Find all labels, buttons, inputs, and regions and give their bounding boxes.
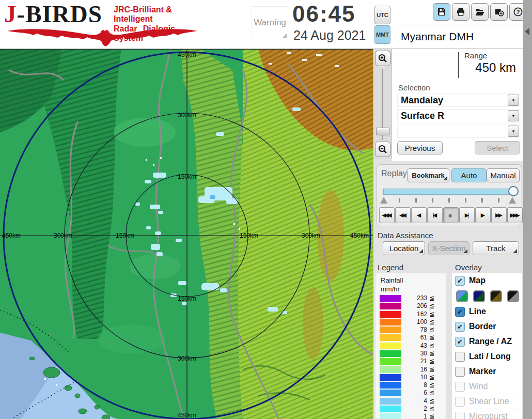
checkbox[interactable]: ✔ xyxy=(455,337,465,347)
legend-item: 30 ≦ xyxy=(375,350,446,357)
overlay-item-map[interactable]: ✔ Map xyxy=(452,273,522,288)
legend-color-swatch xyxy=(380,398,401,405)
legend-item: 1 ≦ xyxy=(375,413,446,419)
warning-button[interactable]: Warning xyxy=(252,6,288,39)
legend-color-swatch xyxy=(380,358,401,365)
legend-title: Legend xyxy=(378,263,403,272)
overlay-item[interactable]: ✔ Microburst xyxy=(452,409,522,419)
rewind-3x-button[interactable]: ◀◀◀ xyxy=(379,207,395,223)
zoom-in-icon xyxy=(378,53,388,64)
product-dropdown[interactable]: Surface R ▼ xyxy=(397,109,520,122)
stop-button[interactable]: ■ xyxy=(443,207,459,223)
overlay-item[interactable]: ✔ Shear Line xyxy=(452,394,522,409)
map-style-swatches xyxy=(452,288,522,304)
zoom-out-button[interactable] xyxy=(375,142,390,157)
eagle-logo-icon xyxy=(6,27,198,46)
checkbox[interactable]: ✔ xyxy=(455,307,465,317)
replay-slider[interactable] xyxy=(383,189,517,195)
timezone-utc-button[interactable]: UTC xyxy=(374,6,390,24)
capture-button[interactable] xyxy=(490,3,508,21)
legend-value: 21 xyxy=(402,358,427,365)
overlay-item-label: Border xyxy=(469,322,496,331)
previous-button[interactable]: Previous xyxy=(397,141,443,154)
checkbox[interactable]: ✔ xyxy=(455,412,465,419)
corner-arrow-icon xyxy=(443,176,447,180)
bookmark-button[interactable]: Bookmark xyxy=(407,168,449,182)
overlay-item[interactable]: ✔ Line xyxy=(452,304,522,319)
timezone-mmt-button[interactable]: MMT xyxy=(374,25,390,44)
legend-operator: ≦ xyxy=(429,295,434,302)
play-button[interactable]: ▶ xyxy=(475,207,491,223)
overlay-item[interactable]: ✔ Range / AZ xyxy=(452,334,522,349)
extra-dropdown[interactable]: ▼ xyxy=(397,125,520,138)
capture-icon xyxy=(494,7,504,17)
location-button[interactable]: Location xyxy=(383,241,425,255)
x-section-button[interactable]: X-Section xyxy=(428,241,470,255)
overlay-item-label: Shear Line xyxy=(469,397,509,406)
slider-tick xyxy=(465,198,466,203)
overlay-item-label: Map xyxy=(469,276,486,285)
slider-start-marker[interactable] xyxy=(380,197,387,204)
legend-color-swatch xyxy=(380,382,401,389)
map-style-black-gray[interactable] xyxy=(507,290,519,302)
legend-color-swatch xyxy=(380,350,401,357)
legend-operator: ≦ xyxy=(429,303,434,309)
auto-button[interactable]: Auto xyxy=(451,168,487,182)
legend-item: 16 ≦ xyxy=(375,366,446,373)
checkbox[interactable]: ✔ xyxy=(455,397,465,407)
overlay-item[interactable]: ✔ Marker xyxy=(452,364,522,379)
legend-item: 61 ≦ xyxy=(375,334,446,341)
legend-color-swatch xyxy=(380,390,401,396)
site-dropdown[interactable]: Mandalay ▼ xyxy=(397,94,520,107)
slider-tick xyxy=(498,198,499,203)
legend-value: 61 xyxy=(402,334,427,341)
checkbox[interactable]: ✔ xyxy=(455,382,465,392)
play-backward-button[interactable]: ◀ xyxy=(411,207,427,223)
zoom-slider-handle[interactable] xyxy=(376,128,389,135)
check-icon: ✔ xyxy=(457,308,463,315)
slider-end-marker[interactable] xyxy=(509,197,516,204)
rewind-2x-button[interactable]: ◀◀ xyxy=(395,207,411,223)
overlay-item[interactable]: ✔ Border xyxy=(452,319,522,334)
check-icon: ✔ xyxy=(457,323,463,330)
map-style-navy-darkgreen[interactable] xyxy=(473,290,485,302)
slider-tick xyxy=(448,198,450,203)
legend-color-swatch xyxy=(380,327,401,333)
step-forward-button[interactable]: ▶| xyxy=(459,207,475,223)
checkbox[interactable]: ✔ xyxy=(455,322,465,332)
track-button[interactable]: Track xyxy=(473,241,519,255)
map-style-black-olive[interactable] xyxy=(490,290,502,302)
overlay-item[interactable]: ✔ Lati / Long xyxy=(452,349,522,364)
legend-value: 4 xyxy=(402,398,427,405)
toolbar: ? xyxy=(433,3,527,21)
overlay-title: Overlay xyxy=(455,263,482,272)
overlay-item[interactable]: ✔ Wind xyxy=(452,379,522,394)
ring-label-150-left: 150km xyxy=(116,232,134,239)
radar-map[interactable]: 450km 300km 150km 150km 300km 450km 450k… xyxy=(0,49,373,419)
chevron-down-icon[interactable]: ▼ xyxy=(508,126,519,137)
manual-button[interactable]: Manual xyxy=(487,168,520,182)
chevron-down-icon[interactable]: ▼ xyxy=(508,95,519,106)
checkbox[interactable]: ✔ xyxy=(455,352,465,362)
chevron-down-icon[interactable]: ▼ xyxy=(508,110,519,121)
legend-operator: ≦ xyxy=(429,358,434,365)
right-panel: Range 450 km Selection Mandalay ▼ Surfac… xyxy=(373,49,523,419)
ring-label-300-left: 300km xyxy=(54,232,72,239)
select-button[interactable]: Select xyxy=(475,141,520,154)
map-style-blue-green[interactable] xyxy=(456,290,468,302)
checkbox[interactable]: ✔ xyxy=(455,276,465,286)
open-folder-button[interactable] xyxy=(471,3,489,21)
step-back-button[interactable]: |◀ xyxy=(427,207,443,223)
logo-title-rest: -BIRDS xyxy=(17,1,102,27)
forward-2x-button[interactable]: ▶▶ xyxy=(491,207,507,223)
forward-3x-button[interactable]: ▶▶▶ xyxy=(507,207,523,223)
replay-slider-handle[interactable] xyxy=(508,186,519,196)
legend-item: 10 ≦ xyxy=(375,374,446,381)
print-button[interactable] xyxy=(452,3,470,21)
collapse-panel-icon[interactable] xyxy=(525,28,529,35)
station-name: Myanmar DMH xyxy=(398,28,522,45)
save-button[interactable] xyxy=(433,3,450,21)
checkbox[interactable]: ✔ xyxy=(455,367,465,377)
zoom-in-button[interactable] xyxy=(375,51,390,66)
legend-unit-line2: mm/hr xyxy=(381,285,400,293)
